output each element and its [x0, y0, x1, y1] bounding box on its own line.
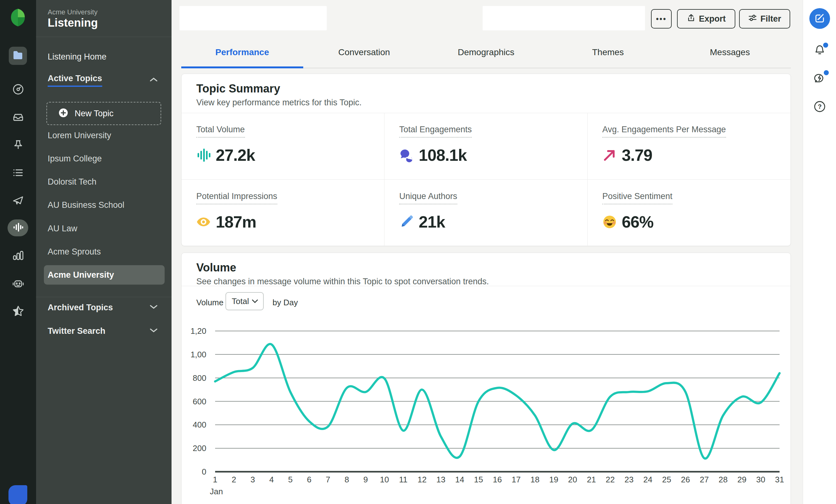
notification-badge-dot [823, 43, 828, 47]
metric-total-volume: Total Volume 27.2k [182, 113, 384, 180]
folder-icon [12, 49, 24, 62]
waveform-icon [196, 148, 211, 162]
trend-up-arrow-icon [602, 148, 617, 162]
metric-potential-impressions: Potential Impressions 187m [182, 180, 384, 246]
filter-sliders-icon [748, 14, 757, 24]
svg-text:9: 9 [363, 475, 368, 484]
svg-text:18: 18 [531, 475, 540, 484]
svg-text:29: 29 [738, 475, 747, 484]
svg-text:14: 14 [455, 475, 464, 484]
metric-label: Potential Impressions [196, 192, 277, 205]
topic-summary-card: Topic Summary View key performance metri… [181, 74, 791, 246]
lists-nav[interactable] [12, 166, 25, 179]
product-title: Listening [48, 16, 98, 30]
sidebar-section-archived-topics[interactable]: Archived Topics [36, 298, 172, 317]
svg-text:1,20: 1,20 [190, 326, 206, 336]
svg-text:26: 26 [681, 475, 690, 484]
metric-label: Avg. Engagements Per Message [602, 125, 726, 138]
user-avatar-leaf[interactable] [8, 485, 27, 504]
question-mark-icon: ? [813, 100, 826, 114]
topic-label: Dolorsit Tech [48, 177, 97, 187]
metric-label: Total Volume [196, 125, 245, 138]
compose-icon [814, 13, 825, 24]
org-name: Acme University [48, 8, 97, 16]
compose-button[interactable] [809, 8, 830, 29]
chevron-down-icon [149, 304, 158, 311]
volume-subtitle: See changes in message volume within thi… [196, 277, 489, 287]
export-icon [687, 14, 696, 24]
metric-value: 3.79 [622, 146, 652, 164]
reports-nav[interactable] [12, 249, 25, 262]
svg-text:12: 12 [418, 475, 427, 484]
svg-text:200: 200 [193, 444, 206, 453]
topic-summary-subtitle: View key performance metrics for this To… [196, 98, 362, 108]
smiley-icon [602, 215, 617, 229]
topic-item[interactable]: Lorem University [44, 126, 165, 145]
topic-item[interactable]: AU Law [44, 219, 165, 238]
listening-sidebar: Acme University Listening Listening Home… [36, 0, 172, 504]
active-topics-label: Active Topics [48, 74, 102, 87]
tab-demographics[interactable]: Demographics [425, 37, 547, 68]
topic-item[interactable]: Ipsum College [44, 149, 165, 168]
svg-text:24: 24 [644, 475, 652, 484]
volume-controls: Volume Total by Day [182, 286, 791, 320]
new-topic-label: New Topic [75, 109, 114, 118]
list-icon [12, 167, 24, 179]
sprout-logo[interactable] [10, 8, 25, 27]
tab-themes[interactable]: Themes [547, 37, 669, 68]
metric-label: Total Engagements [399, 125, 472, 138]
topic-item[interactable]: Acme Sprouts [44, 242, 165, 261]
filter-button[interactable]: Filter [739, 9, 790, 28]
tab-performance[interactable]: Performance [181, 37, 303, 68]
new-topic-button[interactable]: New Topic [46, 102, 161, 125]
pencil-icon [399, 215, 414, 229]
more-options-label: ••• [656, 15, 667, 23]
dropdown-selected-value: Total [232, 296, 249, 306]
metric-positive-sentiment: Positive Sentiment 66% [588, 180, 791, 246]
svg-text:28: 28 [719, 475, 728, 484]
metric-value: 27.2k [216, 146, 255, 164]
eye-icon [196, 215, 211, 229]
tab-conversation[interactable]: Conversation [303, 37, 425, 68]
topic-summary-header: Topic Summary View key performance metri… [182, 74, 791, 113]
topic-label: Acme University [48, 270, 114, 280]
metric-value: 187m [216, 213, 256, 231]
publishing-nav[interactable] [12, 194, 25, 207]
volume-header: Volume See changes in message volume wit… [182, 253, 791, 286]
chevron-down-icon [149, 328, 158, 334]
help-button[interactable]: ? [813, 101, 826, 114]
volume-control-label: Volume [196, 298, 224, 308]
folders-nav[interactable] [9, 47, 27, 65]
svg-text:1: 1 [213, 475, 217, 484]
sidebar-header: Acme University Listening [36, 0, 172, 37]
metric-value: 108.1k [419, 146, 467, 164]
topic-item-selected[interactable]: Acme University [44, 265, 165, 285]
topic-item[interactable]: Dolorsit Tech [44, 172, 165, 192]
listening-nav-active[interactable] [7, 219, 28, 236]
svg-text:1,00: 1,00 [190, 350, 206, 359]
favorites-nav[interactable] [12, 305, 25, 318]
svg-text:16: 16 [493, 475, 502, 484]
pinned-nav[interactable] [12, 138, 25, 151]
bot-nav[interactable] [12, 277, 25, 290]
tab-label: Performance [215, 47, 269, 57]
sidebar-item-listening-home[interactable]: Listening Home [36, 47, 172, 66]
inbox-nav[interactable] [12, 110, 25, 123]
metric-total-engagements: Total Engagements 108.1k [384, 113, 587, 180]
pin-icon [12, 138, 24, 151]
star-icon [12, 305, 24, 317]
svg-text:?: ? [818, 103, 821, 110]
svg-text:20: 20 [568, 475, 577, 484]
metric-avg-engagements-per-message: Avg. Engagements Per Message 3.79 [588, 113, 791, 180]
tab-label: Themes [592, 47, 624, 57]
more-options-button[interactable]: ••• [651, 9, 672, 28]
svg-text:800: 800 [193, 373, 206, 383]
dashboard-nav[interactable] [12, 83, 25, 96]
topic-item[interactable]: AU Business School [44, 195, 165, 215]
export-button[interactable]: Export [677, 9, 735, 28]
sidebar-section-active-topics[interactable]: Active Topics [36, 71, 172, 90]
topic-label: AU Law [48, 224, 77, 233]
sidebar-section-twitter-search[interactable]: Twitter Search [36, 321, 172, 341]
tab-messages[interactable]: Messages [669, 37, 791, 68]
volume-metric-dropdown[interactable]: Total [226, 292, 264, 310]
